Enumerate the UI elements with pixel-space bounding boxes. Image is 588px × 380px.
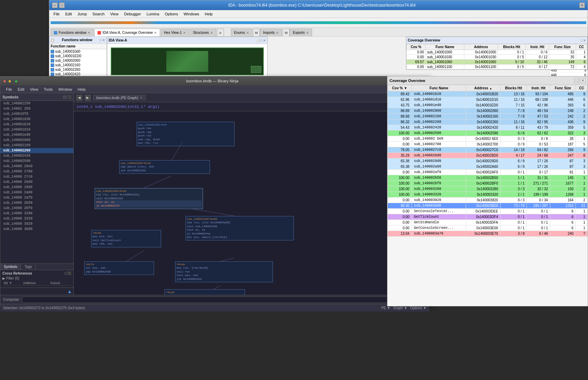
symbol-item[interactable]: sub_140002590	[0, 158, 73, 164]
cov-th-cc[interactable]: CC	[576, 85, 588, 91]
symbol-item[interactable]: sub_14001 2b0	[0, 106, 73, 111]
binja-menu-help[interactable]: Help	[75, 87, 88, 92]
ida-tab-exports[interactable]: Exports ✕	[290, 29, 312, 36]
graph-block-9[interactable]: +0x7a xor eax, eax jmp 0x140002488	[84, 261, 154, 275]
cov-th-cov[interactable]: Cov % ▼	[388, 85, 412, 91]
cov-th-size[interactable]: Func Size	[550, 85, 576, 91]
symbol-item[interactable]: sub_140001250	[0, 101, 73, 106]
table-row[interactable]: 54.43 sub_140002420 0x140002420 8 / 11 4…	[388, 125, 588, 131]
nav-next-btn[interactable]: ▶	[85, 95, 90, 100]
status-graph[interactable]: Graph ▼	[393, 306, 407, 310]
ida-menu-windows[interactable]: Windows	[181, 11, 202, 17]
table-row[interactable]: 65.38 sub_1400029d0 0x1400029D0 6 / 9 17…	[388, 158, 588, 164]
table-row[interactable]: 89.42 sub_140001b20 0x140001B20 13 / 16 …	[388, 91, 588, 97]
ida-func-item[interactable]: sub_1400010d0	[49, 49, 107, 54]
table-row[interactable]: 0.00 SetConsoleTextAt... 0x140003DEE 0 /…	[388, 209, 588, 214]
ida-minimize-btn[interactable]: ─	[52, 2, 58, 8]
symbol-item[interactable]: sub_14000 27c0	[0, 174, 73, 179]
ida-menu-edit[interactable]: Edit	[63, 11, 75, 17]
ida-tab-imports[interactable]: Imports ✕	[260, 29, 282, 36]
table-row[interactable]: 100.00 sub_140002bf0 0x140002BF0 1 / 1 2…	[388, 181, 588, 186]
structures-tab-close[interactable]: ✕	[210, 31, 213, 35]
table-row[interactable]: 88.89 sub_140002060 0x140002060 7 / 8 48…	[388, 108, 588, 114]
symbol-item[interactable]: sub_140001930	[0, 117, 73, 122]
sym-tab-symbols[interactable]: Symbols	[0, 264, 21, 270]
symbol-item[interactable]: sub_14000 2700	[0, 169, 73, 174]
ida-menu-lumina[interactable]: Lumina	[144, 11, 162, 17]
exports-tab-close[interactable]: ✕	[306, 31, 309, 35]
cov-th-blocks[interactable]: Blocks Hit	[500, 85, 527, 91]
graph-block-3[interactable]: sub_140002260+0x30 lea rcx, [rel 0x14000…	[95, 188, 203, 209]
symbol-item[interactable]: sub_140002160	[0, 143, 73, 148]
cov-th-addr[interactable]: Address ▲	[466, 85, 500, 91]
ida-close-btn[interactable]: ✕	[579, 2, 585, 8]
status-pe[interactable]: PE ▼	[381, 306, 390, 310]
graph-block-2[interactable]: sub_140002260+0x20 cmp dword [rbx], 0x0 …	[119, 160, 210, 174]
graph-block-6[interactable]: +0x8a mov rax, [rbx+0x10] call rax test …	[175, 261, 273, 282]
graph-block-1[interactable]: sub_140002260+0x0 push rbx push rbp push…	[137, 122, 234, 146]
ida-menu-search[interactable]: Search	[90, 11, 108, 17]
symbol-item[interactable]: sub_140001d10	[0, 127, 73, 132]
table-row[interactable]: 13.04 sub_1400003a70 0x1400003E70 3 / 8 …	[388, 231, 588, 237]
table-row[interactable]: 0.00 sub_140001000 0x140001000 0 / 1 0 /…	[407, 50, 587, 55]
table-row[interactable]: 69.57 sub_140001060 0x140001060 5 / 10 3…	[407, 60, 587, 65]
cov-table-wrap[interactable]: Cov % ▼ Func Name Address ▲ Blocks Hit I…	[387, 85, 588, 306]
ida-tab-structures[interactable]: Structures ✕	[190, 29, 216, 36]
symbol-item[interactable]: sub_14000 2bf0	[0, 206, 73, 211]
up-arrow-btn[interactable]: ▲	[67, 289, 72, 294]
ida-tab-idaview[interactable]: IDA View-A, Coverage Overview ✕	[94, 29, 160, 36]
symbol-item[interactable]: sub_14000 38d0	[0, 226, 73, 232]
ida-tab-functions[interactable]: Functions window ✕	[51, 29, 94, 36]
table-row[interactable]: 0.00 sub_140003820 0x140003820 0 / 3 0 /…	[388, 198, 588, 203]
hex-extra-icon[interactable]: A	[217, 29, 224, 36]
graph-block-7[interactable]: +0xa0 inc dword [rbx+0x4] cmp dword [rbx…	[165, 289, 245, 295]
table-row[interactable]: 0.00 sub_140001100 0x140001100 0 / 5 0 /…	[407, 65, 587, 69]
table-row[interactable]: 100.00 sub_140003320 0x140003320 1 / 1 1…	[388, 192, 588, 198]
ida-maximize-btn[interactable]: □	[59, 2, 65, 8]
table-row[interactable]: 0.00 sub_140002af0 0x140002AF0 0 / 1 0 /…	[388, 170, 588, 175]
cov-th-func[interactable]: Func Name	[412, 85, 466, 91]
graph-canvas[interactable]: sub_140002260+0x0 push rbx push rbp push…	[74, 111, 429, 295]
ida-func-list[interactable]: sub_1400010d0 sub_140001ED0 sub_14000206…	[49, 49, 107, 76]
ida-func-item[interactable]: sub_140002260	[49, 67, 107, 72]
table-row[interactable]: 0.00 GetStdHandle 0x140003DFA 0 / 1 0 / …	[388, 220, 588, 225]
symbol-item[interactable]: sub_14000 2af0	[0, 195, 73, 200]
binja-menu-window[interactable]: Window	[56, 87, 75, 92]
binja-menu-tools[interactable]: Tools	[41, 87, 56, 92]
func-panel-btn1[interactable]: □	[100, 38, 102, 42]
symbol-item[interactable]: sub_14000 2b50	[0, 200, 73, 206]
symbols-ctrl1[interactable]: ⬚	[63, 95, 66, 99]
hex-tab-close[interactable]: ✕	[183, 31, 186, 35]
cov-overview-btn1[interactable]: □	[574, 78, 579, 83]
ida-menu-view[interactable]: View	[107, 11, 121, 17]
ida-func-item[interactable]: sub_140002160	[49, 63, 107, 67]
binja-maximize-btn[interactable]: ●	[15, 79, 17, 83]
table-row[interactable]: 0.00 GetTickCount 0x140003DF4 0 / 1 0 / …	[388, 214, 588, 220]
ida-menu-help[interactable]: Help	[202, 11, 216, 17]
symbol-item-selected[interactable]: sub_140002260	[0, 148, 73, 153]
cov-th-instr[interactable]: Instr. Hit	[527, 85, 550, 91]
ida-menu-options[interactable]: Options	[162, 11, 181, 17]
symbol-item[interactable]: sub_140002420	[0, 153, 73, 158]
cov-overview-btn2[interactable]: ✕	[580, 78, 586, 83]
sym-tab-tags[interactable]: Tags	[21, 264, 36, 270]
ida-cov-btn2[interactable]: ✕	[583, 39, 586, 42]
symbol-item[interactable]: sub_140002060	[0, 137, 73, 143]
functions-tab-close[interactable]: ✕	[88, 31, 90, 35]
table-row[interactable]: 100.00 sub_140002590 0x140002590 6 / 6 6…	[388, 131, 588, 136]
table-row[interactable]: 43.75 sub_140001ed0 0x140001ED0 7 / 15 4…	[388, 103, 588, 108]
symbol-item[interactable]: sub_14000 28d0	[0, 179, 73, 185]
table-row[interactable]: 35.29 sub_1400028d0 0x1400028D0 4 / 17 2…	[388, 153, 588, 158]
ida-func-item[interactable]: sub_140001ED0	[49, 54, 107, 58]
ida-tab-enums[interactable]: Enums ✕	[231, 29, 252, 36]
table-row[interactable]: 0.00 sub_140001030 0x140001030 0 / 5 0 /…	[407, 55, 587, 60]
graph-block-4[interactable]: +0x50 mov ecx, 0x1 call GetTickCount mov…	[91, 230, 161, 247]
ida-menu-jump[interactable]: Jump	[75, 11, 90, 17]
table-row[interactable]: 100.00 sub_140002b50 0x140002B50 1 / 1 3…	[388, 175, 588, 181]
table-row[interactable]: 65.38 sub_140002a60 0x140002A60 6 / 9 17…	[388, 164, 588, 170]
ida-cov-btn1[interactable]: □	[581, 39, 582, 42]
ida-view-a-float-btn[interactable]: ⬜	[256, 39, 260, 42]
table-row[interactable]: 0.00 sub_140002700 0x140002700 0 / 9 0 /…	[388, 142, 588, 147]
table-row[interactable]: 88.68 sub_140002160 0x140002160 7 / 8 47…	[388, 114, 588, 119]
enums-tab-close[interactable]: ✕	[246, 31, 249, 35]
